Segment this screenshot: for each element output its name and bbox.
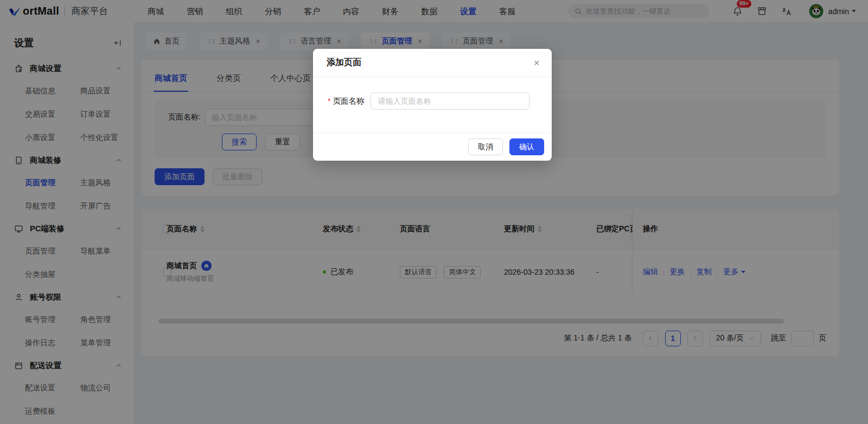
modal-title: 添加页面 [327,57,361,68]
add-page-modal: 添加页面 ✕ * 页面名称 取消 确认 [313,49,552,161]
page-name-label: 页面名称 [333,96,364,106]
required-mark: * [328,97,330,105]
cancel-button[interactable]: 取消 [468,138,503,155]
page-name-input[interactable] [371,92,529,110]
close-icon[interactable]: ✕ [533,59,540,67]
confirm-button[interactable]: 确认 [509,138,544,155]
